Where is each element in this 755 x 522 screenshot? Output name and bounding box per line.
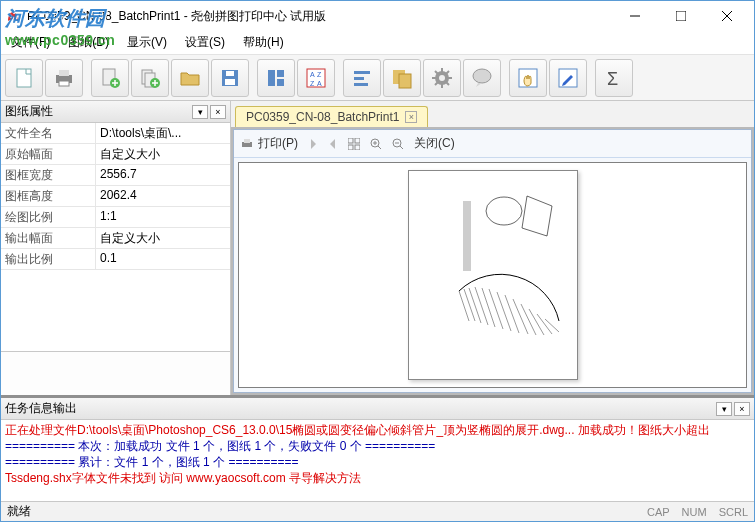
tool-hand[interactable] — [509, 59, 547, 97]
nav-prev-icon[interactable] — [308, 139, 318, 149]
task-output-body[interactable]: 正在处理文件D:\tools\桌面\Photoshop_CS6_13.0.0\1… — [1, 420, 754, 501]
svg-text:A: A — [317, 80, 322, 87]
properties-panel: 图纸属性 ▾ × 文件全名D:\tools\桌面\... 原始幅面自定义大小 图… — [1, 101, 231, 395]
svg-rect-21 — [354, 71, 370, 74]
svg-rect-14 — [277, 70, 284, 77]
tool-open[interactable] — [171, 59, 209, 97]
menu-drawing[interactable]: 图纸(D) — [64, 32, 113, 53]
svg-rect-35 — [355, 138, 360, 143]
menubar: 文件(F) 图纸(D) 显示(V) 设置(S) 帮助(H) — [1, 31, 754, 55]
svg-text:A: A — [310, 71, 315, 78]
tool-add-folder[interactable] — [131, 59, 169, 97]
preview-viewer: 打印(P) 关闭(C) — [233, 129, 752, 393]
task-output-panel: 任务信息输出 ▾ × 正在处理文件D:\tools\桌面\Photoshop_C… — [1, 395, 754, 501]
tool-print[interactable] — [45, 59, 83, 97]
window-buttons — [612, 2, 750, 30]
svg-text:Σ: Σ — [607, 69, 618, 89]
svg-line-54 — [521, 304, 536, 335]
panel-close-button[interactable]: × — [210, 105, 226, 119]
svg-line-49 — [482, 288, 495, 327]
preview-area[interactable] — [238, 162, 747, 388]
menu-display[interactable]: 显示(V) — [123, 32, 171, 53]
svg-line-53 — [513, 299, 528, 334]
task-close-button[interactable]: × — [734, 402, 750, 416]
panel-dropdown-button[interactable]: ▾ — [192, 105, 208, 119]
svg-line-50 — [489, 289, 503, 329]
svg-rect-25 — [399, 74, 411, 88]
tool-sort[interactable]: AZZA — [297, 59, 335, 97]
svg-rect-12 — [226, 71, 234, 76]
svg-rect-3 — [59, 70, 69, 76]
svg-rect-37 — [355, 145, 360, 150]
titlebar: PC0359_CN-08_BatchPrint1 - 尧创拼图打印中心 试用版 — [1, 1, 754, 31]
menu-help[interactable]: 帮助(H) — [239, 32, 288, 53]
task-line: 正在处理文件D:\tools\桌面\Photoshop_CS6_13.0.0\1… — [5, 422, 750, 438]
table-row[interactable]: 图框宽度2556.7 — [1, 165, 230, 186]
task-panel-title: 任务信息输出 — [5, 400, 714, 417]
svg-line-47 — [469, 288, 481, 323]
tab-close-icon[interactable]: × — [405, 111, 417, 123]
svg-rect-0 — [676, 11, 686, 21]
viewer-print-button[interactable]: 打印(P) — [240, 135, 298, 152]
close-button[interactable] — [704, 2, 750, 30]
window-title: PC0359_CN-08_BatchPrint1 - 尧创拼图打印中心 试用版 — [27, 8, 612, 25]
menu-file[interactable]: 文件(F) — [7, 32, 54, 53]
viewer-toolbar: 打印(P) 关闭(C) — [234, 130, 751, 158]
status-cap: CAP — [647, 506, 670, 518]
zoom-out-icon[interactable] — [392, 138, 404, 150]
status-scrl: SCRL — [719, 506, 748, 518]
svg-rect-11 — [225, 79, 235, 85]
panel-footer — [1, 351, 230, 395]
tool-edit[interactable] — [549, 59, 587, 97]
svg-point-40 — [486, 197, 522, 225]
menu-setting[interactable]: 设置(S) — [181, 32, 229, 53]
table-row[interactable]: 原始幅面自定义大小 — [1, 144, 230, 165]
tool-new[interactable] — [5, 59, 43, 97]
status-num: NUM — [682, 506, 707, 518]
svg-rect-36 — [348, 145, 353, 150]
svg-line-52 — [505, 295, 519, 333]
svg-line-45 — [459, 291, 469, 321]
tool-gear[interactable] — [423, 59, 461, 97]
tab-strip: PC0359_CN-08_BatchPrint1 × — [231, 101, 754, 127]
print-icon — [240, 137, 254, 151]
table-row[interactable]: 绘图比例1:1 — [1, 207, 230, 228]
table-row[interactable]: 输出幅面自定义大小 — [1, 228, 230, 249]
svg-text:Z: Z — [317, 71, 322, 78]
svg-rect-13 — [268, 70, 275, 86]
viewer-close-button[interactable]: 关闭(C) — [414, 135, 455, 152]
svg-rect-15 — [277, 79, 284, 86]
app-icon — [5, 8, 21, 24]
document-tab[interactable]: PC0359_CN-08_BatchPrint1 × — [235, 106, 428, 127]
tool-layout[interactable] — [257, 59, 295, 97]
center-area: PC0359_CN-08_BatchPrint1 × 打印(P) 关闭(C) — [231, 101, 754, 395]
properties-panel-title: 图纸属性 — [5, 103, 190, 120]
svg-text:Z: Z — [310, 80, 315, 87]
status-ready: 就绪 — [7, 503, 635, 520]
tool-save[interactable] — [211, 59, 249, 97]
tool-chat[interactable] — [463, 59, 501, 97]
svg-rect-22 — [354, 77, 364, 80]
table-row[interactable]: 图框高度2062.4 — [1, 186, 230, 207]
svg-rect-23 — [354, 83, 368, 86]
svg-rect-34 — [348, 138, 353, 143]
tool-add[interactable] — [91, 59, 129, 97]
tool-sigma[interactable]: Σ — [595, 59, 633, 97]
maximize-button[interactable] — [658, 2, 704, 30]
statusbar: 就绪 CAP NUM SCRL — [1, 501, 754, 521]
table-row[interactable]: 文件全名D:\tools\桌面\... — [1, 123, 230, 144]
preview-page — [408, 170, 578, 380]
svg-line-51 — [497, 292, 511, 331]
tool-stamp[interactable] — [383, 59, 421, 97]
table-row[interactable]: 输出比例0.1 — [1, 249, 230, 270]
nav-next-icon[interactable] — [328, 139, 338, 149]
toolbar: AZZA Σ — [1, 55, 754, 101]
main-area: 图纸属性 ▾ × 文件全名D:\tools\桌面\... 原始幅面自定义大小 图… — [1, 101, 754, 395]
task-panel-header: 任务信息输出 ▾ × — [1, 398, 754, 420]
minimize-button[interactable] — [612, 2, 658, 30]
tool-align[interactable] — [343, 59, 381, 97]
grid-icon[interactable] — [348, 138, 360, 150]
zoom-in-icon[interactable] — [370, 138, 382, 150]
task-line: ========== 本次：加载成功 文件 1 个，图纸 1 个，失败文件 0 … — [5, 438, 750, 454]
task-dropdown-button[interactable]: ▾ — [716, 402, 732, 416]
